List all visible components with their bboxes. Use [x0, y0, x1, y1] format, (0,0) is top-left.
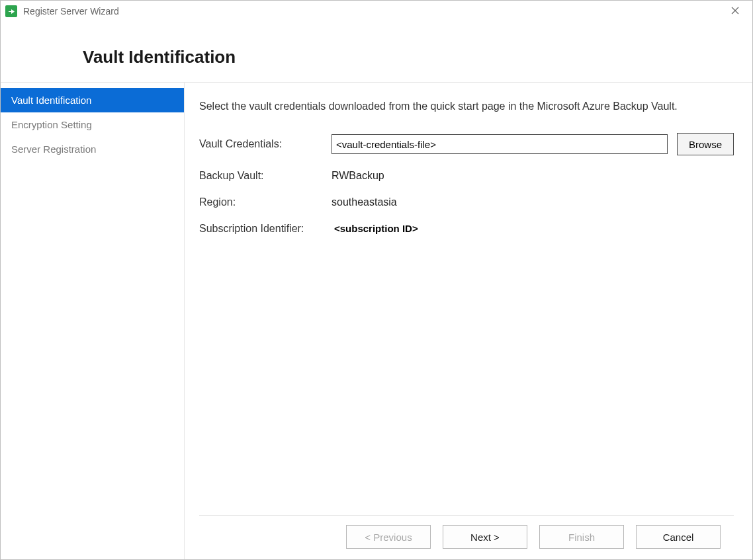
- form: Vault Credentials: Browse Backup Vault: …: [199, 133, 734, 249]
- app-icon: [5, 5, 18, 18]
- wizard-window: Register Server Wizard Vault Identificat…: [0, 0, 753, 560]
- cancel-button[interactable]: Cancel: [636, 525, 721, 549]
- subscription-id-value: <subscription ID>: [332, 221, 421, 235]
- previous-button: < Previous: [346, 525, 431, 549]
- row-backup-vault: Backup Vault: RWBackup: [199, 170, 734, 182]
- wizard-body: Vault Identification Encryption Setting …: [1, 82, 752, 559]
- sidebar-step-server-registration[interactable]: Server Registration: [1, 137, 184, 161]
- vault-credentials-input[interactable]: [332, 134, 668, 154]
- row-region: Region: southeastasia: [199, 196, 734, 208]
- window-title: Register Server Wizard: [23, 6, 119, 17]
- titlebar: Register Server Wizard: [1, 1, 752, 22]
- instruction-text: Select the vault credentials downloaded …: [199, 99, 729, 114]
- finish-button: Finish: [539, 525, 624, 549]
- row-subscription-id: Subscription Identifier: <subscription I…: [199, 223, 734, 235]
- page-title: Vault Identification: [83, 47, 752, 67]
- sidebar: Vault Identification Encryption Setting …: [1, 83, 185, 559]
- next-button[interactable]: Next >: [443, 525, 527, 549]
- wizard-header: Vault Identification: [1, 22, 752, 82]
- close-button[interactable]: [722, 2, 748, 20]
- subscription-id-label: Subscription Identifier:: [199, 223, 332, 235]
- sidebar-step-vault-identification[interactable]: Vault Identification: [1, 88, 184, 112]
- region-label: Region:: [199, 196, 332, 208]
- backup-vault-label: Backup Vault:: [199, 170, 332, 182]
- content-panel: Select the vault credentials downloaded …: [185, 83, 752, 559]
- row-vault-credentials: Vault Credentials: Browse: [199, 133, 734, 155]
- sidebar-step-encryption-setting[interactable]: Encryption Setting: [1, 112, 184, 137]
- wizard-footer: < Previous Next > Finish Cancel: [199, 515, 734, 559]
- backup-vault-value: RWBackup: [332, 170, 734, 182]
- region-value: southeastasia: [332, 196, 734, 208]
- vault-credentials-label: Vault Credentials:: [199, 138, 332, 150]
- browse-button[interactable]: Browse: [677, 133, 734, 155]
- close-icon: [731, 6, 739, 17]
